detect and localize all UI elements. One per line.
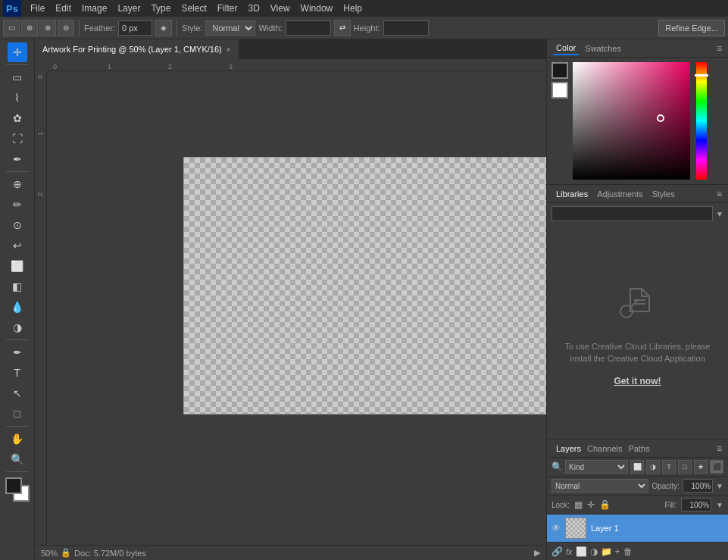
- quick-select-tool[interactable]: ✿: [8, 108, 27, 128]
- kind-select[interactable]: Kind: [565, 460, 628, 474]
- search-dropdown-icon[interactable]: ▼: [716, 210, 723, 218]
- menu-window[interactable]: Window: [296, 2, 338, 15]
- opacity-arrow[interactable]: ▼: [716, 482, 723, 490]
- path-select-tool[interactable]: ↖: [8, 383, 27, 403]
- layer-row[interactable]: 👁 Layer 1: [547, 515, 728, 542]
- move-select-btn[interactable]: ⊕: [21, 20, 38, 36]
- eraser-tool[interactable]: ⬜: [8, 256, 27, 276]
- menu-type[interactable]: Type: [146, 2, 175, 15]
- intersect-btn[interactable]: ⊗: [39, 20, 56, 36]
- layers-bottom-bar: 🔗 fx ⬜ ◑ 📁 + 🗑: [547, 542, 728, 560]
- toolbox: ✛ ▭ ⌇ ✿ ⛶ ✒ ⊕ ✏ ⊙ ↩ ⬜ ◧ 💧 ◑ ✒ T ↖ □ ✋ 🔍: [0, 39, 35, 560]
- channels-tab[interactable]: Channels: [584, 443, 625, 455]
- layers-panel-menu[interactable]: ≡: [717, 443, 722, 454]
- menu-edit[interactable]: Edit: [51, 2, 76, 15]
- filter-adjust-btn[interactable]: ◑: [646, 460, 660, 474]
- filter-shape-btn[interactable]: □: [678, 460, 692, 474]
- blur-tool[interactable]: 💧: [8, 297, 27, 317]
- menu-filter[interactable]: Filter: [213, 2, 242, 15]
- zoom-tool[interactable]: 🔍: [8, 449, 27, 469]
- pen-tool[interactable]: ✒: [8, 343, 27, 362]
- layer-visibility-icon[interactable]: 👁: [551, 523, 561, 533]
- lasso-tool[interactable]: ⌇: [8, 88, 27, 108]
- eyedropper-tool[interactable]: ✒: [8, 149, 27, 169]
- move-tool[interactable]: ✛: [8, 42, 27, 62]
- fill-input[interactable]: [681, 498, 711, 512]
- filter-icon: 🔍: [551, 461, 563, 472]
- width-label: Width:: [258, 23, 282, 33]
- sep2: [177, 20, 177, 36]
- stamp-tool[interactable]: ⊙: [8, 215, 27, 235]
- menu-image[interactable]: Image: [77, 2, 111, 15]
- tab-bar: Artwork For Printing @ 50% (Layer 1, CMY…: [35, 39, 546, 59]
- swap-wh-icon[interactable]: ⇄: [334, 20, 351, 36]
- color-panel-menu[interactable]: ≡: [717, 43, 722, 54]
- style-select[interactable]: Normal: [205, 20, 255, 36]
- text-tool[interactable]: T: [8, 363, 27, 383]
- menu-file[interactable]: File: [26, 2, 49, 15]
- toolbox-sep1: [6, 64, 29, 65]
- marquee-tool[interactable]: ▭: [8, 67, 27, 87]
- status-arrow[interactable]: ▶: [534, 548, 540, 558]
- fill-arrow[interactable]: ▼: [716, 501, 723, 509]
- fg-swatch[interactable]: [551, 62, 568, 79]
- blend-mode-select[interactable]: Normal: [551, 479, 648, 493]
- layers-tab[interactable]: Layers: [553, 443, 584, 455]
- swatches-tab[interactable]: Swatches: [582, 42, 624, 55]
- ruler-tick-left-0: 0: [36, 75, 44, 79]
- height-input[interactable]: [383, 20, 429, 36]
- adjustments-tab[interactable]: Adjustments: [594, 188, 646, 200]
- canvas-scroll-area[interactable]: [47, 71, 546, 545]
- fx-icon[interactable]: fx: [566, 547, 573, 556]
- adjustment-icon[interactable]: ◑: [590, 546, 598, 557]
- hand-tool[interactable]: ✋: [8, 429, 27, 449]
- tab-close-button[interactable]: ×: [227, 45, 231, 54]
- refine-edge-button[interactable]: Refine Edge...: [658, 20, 725, 36]
- menu-3d[interactable]: 3D: [243, 2, 264, 15]
- folder-icon[interactable]: 📁: [601, 546, 612, 557]
- gradient-tool[interactable]: ◧: [8, 277, 27, 296]
- lock-all-icon[interactable]: 🔒: [599, 499, 611, 510]
- history-brush-tool[interactable]: ↩: [8, 236, 27, 255]
- new-layer-icon[interactable]: +: [615, 546, 620, 557]
- foreground-color-swatch[interactable]: [5, 477, 22, 494]
- hue-strip[interactable]: [696, 62, 707, 180]
- canvas-tab[interactable]: Artwork For Printing @ 50% (Layer 1, CMY…: [35, 39, 239, 59]
- opacity-input[interactable]: [683, 479, 713, 493]
- link-icon[interactable]: 🔗: [551, 546, 563, 557]
- delete-layer-icon[interactable]: 🗑: [623, 546, 633, 557]
- menu-layer[interactable]: Layer: [113, 2, 145, 15]
- crop-tool[interactable]: ⛶: [8, 129, 27, 149]
- styles-tab[interactable]: Styles: [649, 188, 678, 200]
- get-now-link[interactable]: Get it now!: [614, 376, 661, 386]
- subtract-btn[interactable]: ⊖: [58, 20, 74, 36]
- color-tab[interactable]: Color: [553, 42, 579, 55]
- color-gradient-picker[interactable]: [573, 62, 690, 180]
- filter-type-btn[interactable]: T: [662, 460, 676, 474]
- menu-select[interactable]: Select: [177, 2, 211, 15]
- shape-tool[interactable]: □: [8, 404, 27, 424]
- mask-icon[interactable]: ⬜: [576, 546, 587, 557]
- healing-tool[interactable]: ⊕: [8, 174, 27, 194]
- menu-view[interactable]: View: [266, 2, 295, 15]
- filter-toggle[interactable]: ⬛: [710, 460, 723, 474]
- filter-pixel-btn[interactable]: ⬜: [630, 460, 644, 474]
- brush-tool[interactable]: ✏: [8, 195, 27, 214]
- layer-name: Layer 1: [591, 524, 723, 533]
- width-input[interactable]: [286, 20, 331, 36]
- libraries-tab[interactable]: Libraries: [553, 188, 591, 200]
- lock-pixels-icon[interactable]: ▦: [574, 499, 583, 510]
- layers-panel-header: Layers Channels Paths ≡: [547, 440, 728, 458]
- filter-smart-btn[interactable]: ★: [694, 460, 708, 474]
- dodge-tool[interactable]: ◑: [8, 318, 27, 337]
- bg-swatch[interactable]: [551, 82, 568, 99]
- rectangle-select-tool[interactable]: ▭: [3, 20, 20, 36]
- feather-input[interactable]: [118, 20, 152, 36]
- menu-help[interactable]: Help: [339, 2, 367, 15]
- color-panel-body: [547, 58, 728, 184]
- paths-tab[interactable]: Paths: [626, 443, 653, 455]
- lock-position-icon[interactable]: ✛: [587, 499, 595, 510]
- libraries-panel-menu[interactable]: ≡: [717, 189, 722, 199]
- document-canvas[interactable]: [183, 157, 547, 415]
- libraries-search-input[interactable]: [551, 206, 713, 221]
